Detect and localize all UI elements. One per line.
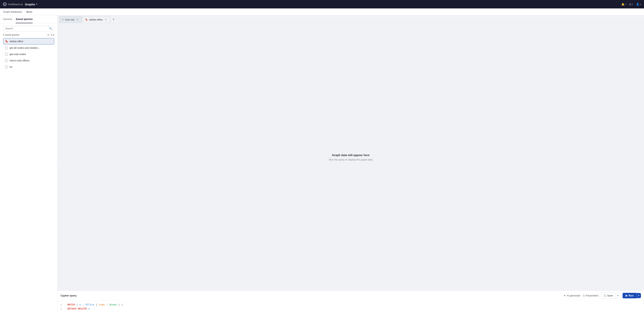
app-title: Graphs ▾ — [25, 3, 38, 6]
share-icon: ⇄ — [62, 19, 64, 21]
close-new-tab-button[interactable]: ✕ — [76, 18, 79, 21]
ai-icon: ✦ — [564, 294, 566, 297]
search-icon: 🔍 — [49, 27, 52, 30]
run-button[interactable]: ▶ Run — [622, 293, 636, 298]
title-dropdown-icon[interactable]: ▾ — [36, 3, 37, 6]
query-item-delete-office[interactable]: 🔖 delete-office — [3, 38, 54, 45]
bookmark-icon: 🔖 — [5, 40, 8, 43]
search-box: 🔍 — [3, 26, 54, 31]
code-line-2: 2 DETACH DELETE o — [60, 307, 641, 311]
params-icon: ⟨⟩ — [583, 294, 585, 297]
cypher-header: Cypher query ✦ AI generator ⟨⟩ Parameter… — [58, 291, 644, 301]
doc-icon-0 — [5, 47, 8, 49]
sidebar-content: 🔍 5 saved queries A - Z ▾ 🔖 delete-offic… — [0, 23, 57, 316]
graph-area: Graph data will appear here Run the quer… — [58, 24, 644, 290]
save-icon: ☐ — [604, 294, 606, 297]
logo: ● OneReach.ai — [3, 3, 22, 6]
add-tab-button[interactable]: + — [110, 17, 116, 23]
cypher-code[interactable]: 1 MATCH ( o : Office { name : $name } ) — [58, 301, 644, 316]
run-dropdown-button[interactable]: ▾ — [636, 293, 641, 298]
doc-icon-2 — [5, 59, 8, 62]
queries-header: 5 saved queries A - Z ▾ — [3, 34, 54, 36]
tab-saved-queries[interactable]: Saved queries — [16, 15, 32, 23]
save-button[interactable]: ☐ Save — [601, 293, 616, 298]
user-menu-button[interactable]: 👤 ▾ — [636, 3, 641, 6]
tabs-bar: ⇄ New tab ✕ 🔖 delete-office ✕ + — [58, 15, 644, 24]
cypher-area: Cypher query ✦ AI generator ⟨⟩ Parameter… — [58, 290, 644, 316]
queries-count: 5 saved queries — [3, 34, 19, 36]
run-button-group: ▶ Run ▾ — [622, 293, 641, 298]
tab-new-tab[interactable]: ⇄ New tab ✕ — [59, 16, 82, 23]
graph-placeholder-subtitle: Run the query to display the graph data — [329, 158, 372, 161]
sort-button[interactable]: A - Z ▾ — [48, 34, 54, 36]
ai-generator-button[interactable]: ✦ AI generator — [564, 294, 580, 297]
breadcrumb-separator: › — [24, 10, 24, 13]
sort-dropdown-icon: ▾ — [53, 34, 54, 36]
search-input[interactable] — [5, 27, 49, 30]
cypher-actions: ✦ AI generator ⟨⟩ Parameters ☐ Save ▾ — [564, 293, 641, 298]
save-button-group: ☐ Save ▾ — [601, 293, 620, 298]
breadcrumb: Graph databases › demo — [0, 9, 644, 15]
close-delete-office-tab-button[interactable]: ✕ — [104, 18, 107, 21]
logo-circle: ● — [3, 3, 6, 6]
content-area: ⇄ New tab ✕ 🔖 delete-office ✕ + Graph da… — [58, 15, 644, 316]
cypher-title: Cypher query — [60, 294, 77, 297]
query-item-get-all-nodes[interactable]: get-all-nodes-and-relation... — [3, 45, 54, 51]
tab-general[interactable]: General — [3, 15, 12, 23]
save-dropdown-button[interactable]: ▾ — [616, 293, 620, 298]
main-layout: General Saved queries 🔍 5 saved queries … — [0, 15, 644, 316]
sidebar-tabs: General Saved queries — [0, 15, 57, 23]
breadcrumb-parent[interactable]: Graph databases — [3, 10, 22, 13]
graph-placeholder-title: Graph data will appear here — [332, 153, 370, 157]
code-line-1: 1 MATCH ( o : Office { name : $name } ) — [60, 303, 641, 307]
apps-button[interactable]: ⊞ ▾ — [629, 3, 633, 6]
doc-icon-3 — [5, 66, 8, 68]
parameters-button[interactable]: ⟨⟩ Parameters — [583, 294, 598, 297]
tab-delete-office[interactable]: 🔖 delete-office ✕ — [82, 16, 110, 23]
doc-icon-1 — [5, 53, 8, 56]
topnav: ● OneReach.ai Graphs ▾ 🔔 ▾ ⊞ ▾ 👤 ▾ — [0, 0, 644, 9]
notifications-button[interactable]: 🔔 ▾ — [622, 3, 626, 6]
breadcrumb-current: demo — [26, 10, 32, 13]
sidebar: General Saved queries 🔍 5 saved queries … — [0, 15, 58, 316]
query-item-try[interactable]: try — [3, 64, 54, 70]
run-icon: ▶ — [626, 294, 628, 297]
tab-bookmark-icon: 🔖 — [85, 19, 88, 21]
query-item-return-only-offices[interactable]: return-only-offices — [3, 58, 54, 64]
query-item-get-only-nodes[interactable]: get-only-nodes — [3, 51, 54, 57]
logo-text: OneReach.ai — [8, 3, 22, 6]
